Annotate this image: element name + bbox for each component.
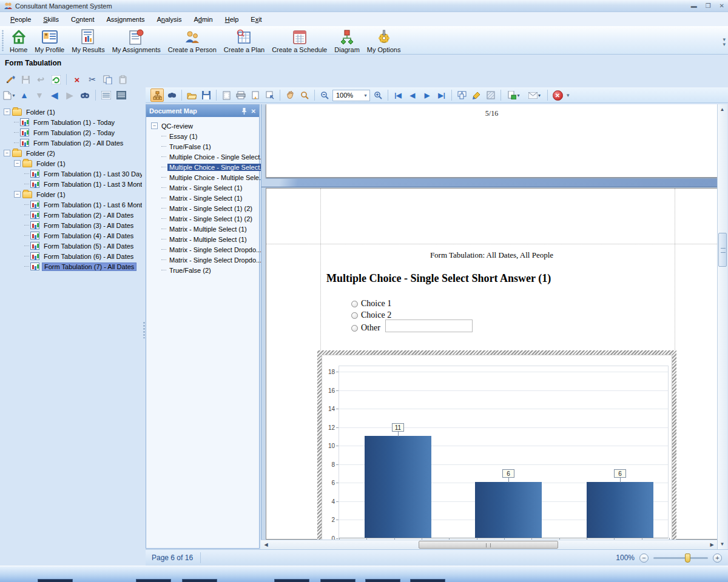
diagram-button[interactable]: Diagram (331, 27, 363, 55)
folder-tree-item[interactable]: −Folder (1) (4, 158, 142, 169)
folder-tree-item[interactable]: −Folder (2) (4, 148, 142, 158)
report-toolbar-overflow-icon[interactable]: ▾ (567, 93, 570, 98)
email-icon[interactable]: ▾ (525, 89, 544, 102)
next-page-icon[interactable]: ▶ (420, 89, 434, 102)
chart-selection-frame[interactable]: 0246810121416181166 (317, 350, 676, 540)
document-map-item[interactable]: Matrix - Single Select (1) (2) (151, 203, 258, 213)
zoom-tool-icon[interactable] (298, 89, 311, 102)
home-button[interactable]: Home (6, 27, 31, 55)
document-map-item[interactable]: Matrix - Multiple Select (1) (151, 234, 258, 244)
collapse-icon[interactable]: − (14, 191, 21, 198)
close-panel-icon[interactable]: ✕ (251, 108, 256, 115)
my-assignments-button[interactable]: My Assignments (109, 27, 164, 55)
document-map-item[interactable]: −QC-review (151, 121, 258, 131)
zoom-out-icon[interactable] (318, 89, 331, 102)
folder-tree-item[interactable]: −Folder (1) (4, 189, 142, 199)
document-map-item[interactable]: Matrix - Multiple Select (1) (151, 224, 258, 234)
folder-tree-item[interactable]: Form Tabulation (1) - Last 6 Months (4, 199, 142, 210)
document-map-toggle[interactable] (150, 89, 164, 102)
folder-tree-item[interactable]: Form Tabulation (4) - All Dates (4, 230, 142, 241)
collapse-icon[interactable]: − (4, 150, 10, 156)
scroll-right-icon[interactable]: ▶ (707, 540, 716, 549)
radio-icon[interactable] (351, 325, 358, 332)
menu-item-skills[interactable]: Skills (38, 14, 64, 25)
first-page-icon[interactable]: |◀ (391, 89, 405, 102)
collapse-icon[interactable]: − (4, 109, 10, 115)
menu-item-admin[interactable]: Admin (188, 14, 218, 25)
move-down-icon[interactable]: ▼ (33, 89, 46, 102)
delete-icon[interactable]: × (70, 73, 84, 86)
pin-icon[interactable] (241, 108, 247, 115)
refresh-icon[interactable] (49, 73, 62, 86)
menu-item-content[interactable]: Content (66, 14, 100, 25)
edit-icon[interactable] (4, 73, 17, 86)
previous-page-icon[interactable]: ◀ (406, 89, 419, 102)
horizontal-scrollbar[interactable]: ◀ ▶ (261, 540, 717, 549)
cut-icon[interactable]: ✂ (86, 73, 99, 86)
create-a-schedule-button[interactable]: Create a Schedule (268, 27, 331, 55)
folder-tree-item[interactable]: Form Tabulation (1) - Last 30 Days (4, 169, 142, 179)
folder-tree-item[interactable]: Form Tabulation (3) - All Dates (4, 220, 142, 230)
folder-tree-item[interactable]: Form Tabulation (2) - All Dates (4, 138, 142, 148)
menu-item-people[interactable]: People (5, 14, 36, 25)
toolbar-overflow-icon[interactable]: ▾▾ (723, 37, 726, 47)
zoom-slider-thumb[interactable] (685, 554, 690, 563)
zoom-out-button[interactable]: − (639, 554, 649, 563)
menu-item-help[interactable]: Help (220, 14, 244, 25)
save-icon[interactable] (19, 73, 32, 86)
document-map-item[interactable]: Matrix - Single Select Dropdo... (151, 244, 258, 255)
document-map-item[interactable]: Multiple Choice - Single Select... (151, 162, 258, 172)
document-map-item[interactable]: True/False (2) (151, 265, 258, 275)
find-icon[interactable] (165, 89, 178, 102)
multi-page-icon[interactable] (455, 89, 468, 102)
folder-tree-item[interactable]: Form Tabulation (1) - Last 3 Months (4, 179, 142, 189)
vertical-scroll-thumb[interactable] (718, 233, 727, 267)
folder-tree-item[interactable]: Form Tabulation (5) - All Dates (4, 241, 142, 251)
new-item-icon[interactable]: ▾ (2, 89, 16, 102)
document-map-item[interactable]: Matrix - Single Select (1) (2) (151, 213, 258, 224)
scroll-up-icon[interactable]: ▲ (718, 105, 727, 114)
toolbar-grip[interactable] (2, 30, 4, 52)
paste-icon[interactable] (116, 73, 129, 86)
report-viewer[interactable]: 5/16 Form Tabulation: All Dates, All Peo… (261, 104, 717, 540)
export-icon[interactable]: ▾ (504, 89, 524, 102)
page-options-icon[interactable] (263, 89, 277, 102)
menu-item-exit[interactable]: Exit (245, 14, 267, 25)
restore-icon[interactable]: ❐ (706, 3, 711, 9)
folder-tree-item[interactable]: Form Tabulation (1) - Today (4, 117, 142, 127)
my-results-button[interactable]: My Results (68, 27, 108, 55)
page-setup-icon[interactable] (220, 89, 233, 102)
folder-tree-item[interactable]: Form Tabulation (7) - All Dates (4, 261, 142, 272)
document-map-item[interactable]: Matrix - Single Select (1) (151, 193, 258, 203)
collapse-icon[interactable]: − (151, 122, 158, 129)
document-map-item[interactable]: Matrix - Single Select Dropdo... (151, 255, 258, 265)
document-map-item[interactable]: True/False (1) (151, 141, 258, 152)
menu-item-analysis[interactable]: Analysis (152, 14, 187, 25)
copy-icon[interactable] (101, 73, 114, 86)
document-map-item[interactable]: Multiple Choice - Single Select... (151, 152, 258, 162)
move-up-icon[interactable]: ▲ (18, 89, 31, 102)
vertical-scrollbar[interactable]: ▲ ▼ (717, 104, 727, 549)
scroll-left-icon[interactable]: ◀ (261, 540, 271, 549)
folder-tree-item[interactable]: Form Tabulation (6) - All Dates (4, 251, 142, 261)
scroll-down-icon[interactable]: ▼ (718, 540, 727, 549)
folder-tree-item[interactable]: Form Tabulation (2) - All Dates (4, 210, 142, 220)
zoom-slider[interactable] (653, 557, 708, 559)
my-options-button[interactable]: My Options (363, 27, 405, 55)
create-a-plan-button[interactable]: Create a Plan (220, 27, 268, 55)
close-preview-icon[interactable]: ✕ (551, 89, 564, 102)
minimize-icon[interactable]: ▬ (691, 3, 697, 9)
horizontal-scroll-thumb[interactable] (419, 541, 558, 549)
last-page-icon[interactable]: ▶| (435, 89, 448, 102)
find-icon[interactable] (78, 89, 92, 102)
zoom-in-button[interactable]: + (713, 554, 722, 563)
list-view-icon[interactable] (99, 89, 113, 102)
print-icon[interactable] (234, 89, 248, 102)
create-a-person-button[interactable]: Create a Person (164, 27, 220, 55)
save-icon[interactable] (200, 89, 213, 102)
back-icon[interactable]: ◀ (48, 89, 61, 102)
document-map-item[interactable]: Essay (1) (151, 131, 258, 141)
undo-icon[interactable]: ↩ (34, 73, 47, 86)
document-map-item[interactable]: Multiple Choice - Multiple Sele... (151, 172, 258, 182)
other-text-input[interactable] (385, 319, 473, 332)
